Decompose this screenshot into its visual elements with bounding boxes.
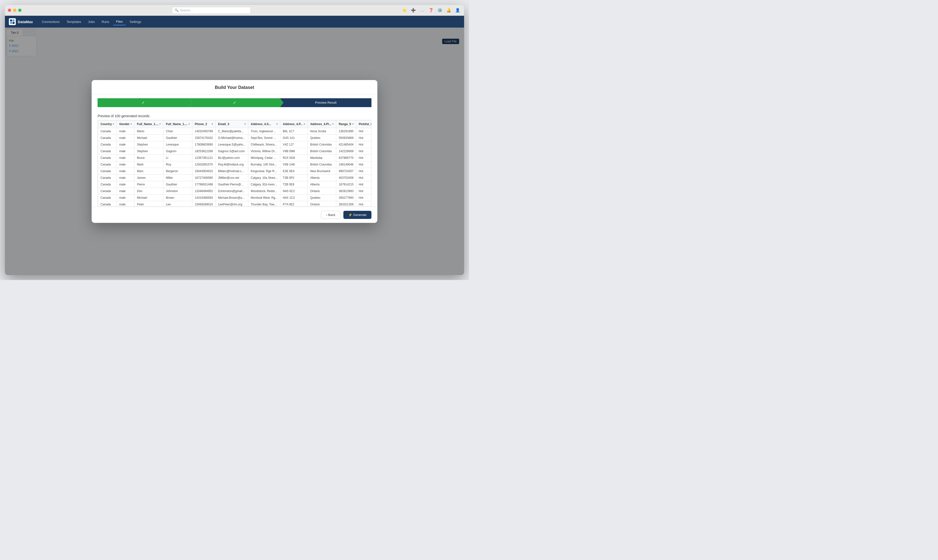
cell-addr_pl: Quebec: [308, 134, 336, 141]
cell-addr_s: Calgary, 91b Aven...: [248, 181, 280, 188]
logo-icon: [9, 18, 16, 25]
cell-country: Canada: [98, 194, 117, 201]
cell-range: 148149046: [336, 161, 356, 168]
cell-addr_p: H4X 1C2: [280, 194, 307, 201]
cell-phone: 14316366593: [192, 194, 215, 201]
close-button[interactable]: [8, 9, 11, 12]
cell-lname: Miller: [163, 174, 192, 181]
col-picklist[interactable]: Picklist_6 ▾: [356, 120, 371, 128]
avatar-icon[interactable]: 👤: [454, 7, 461, 14]
generate-icon: ⚡: [348, 213, 353, 217]
cell-phone: 18253812268: [192, 148, 215, 154]
cell-lname: Bergeron: [163, 168, 192, 174]
cell-lname: Johnston: [163, 188, 192, 194]
chevron-down-icon: ▾: [244, 123, 246, 125]
table-row: CanadamaleDonJohnston12048494952DJohnsto…: [98, 188, 372, 194]
cell-addr_p: R2X 0G8: [280, 154, 307, 161]
nav-jobs[interactable]: Jobs: [85, 18, 97, 25]
cell-addr_p: V5B 1H8: [280, 161, 307, 168]
cell-addr_p: V9B 0M6: [280, 148, 307, 154]
nav-connections[interactable]: Connections: [39, 18, 63, 25]
cell-addr_pl: Alberta: [308, 181, 336, 188]
search-icon: 🔍: [175, 8, 179, 12]
col-range[interactable]: Range_5 ▾: [336, 120, 356, 128]
col-addr-s[interactable]: Address_4.S... ▾: [248, 120, 280, 128]
cell-country: Canada: [98, 181, 117, 188]
cell-lname: Gagnon: [163, 148, 192, 154]
data-table: Country ▾ Gender ▾: [98, 120, 371, 207]
step-2: ✓: [189, 98, 280, 107]
cell-country: Canada: [98, 168, 117, 174]
generate-button[interactable]: ⚡ Generate: [343, 211, 371, 219]
cell-addr_pl: British Columbia: [308, 141, 336, 148]
titlebar-right: ⭐ ➕ ☁️ ❓ ⚙️ 🔔 👤: [401, 7, 461, 14]
nav-runs[interactable]: Runs: [99, 18, 112, 25]
table-header-row: Country ▾ Gender ▾: [98, 120, 372, 128]
help-icon[interactable]: ❓: [428, 7, 434, 14]
modal-overlay: Build Your Dataset ✓ ✓ Preview Result: [5, 28, 464, 275]
table-row: CanadamaleStephenGagnon18253812268Gagnon…: [98, 148, 372, 154]
star-icon[interactable]: ⭐: [401, 7, 408, 14]
cloud-icon[interactable]: ☁️: [419, 7, 426, 14]
cell-picklist: Hot: [356, 154, 371, 161]
nav-templates[interactable]: Templates: [63, 18, 84, 25]
col-addr-pl[interactable]: Address_4.Pl... ▾: [308, 120, 336, 128]
data-table-container[interactable]: Country ▾ Gender ▾: [97, 120, 371, 207]
cell-fname: Mario: [134, 128, 163, 134]
nav-files[interactable]: Files: [113, 18, 126, 25]
modal-header: Build Your Dataset: [92, 80, 377, 94]
cell-fname: Michael: [134, 194, 163, 201]
table-row: CanadamalePeterLee15068289015LeePeter@ri…: [98, 201, 372, 207]
cell-lname: Brown: [163, 194, 192, 201]
chevron-down-icon: ▾: [212, 123, 213, 125]
cell-gender: male: [117, 168, 134, 174]
cell-range: 167914215: [336, 181, 356, 188]
modal-footer: ‹ Back ⚡ Generate: [92, 207, 377, 223]
add-icon[interactable]: ➕: [410, 7, 417, 14]
maximize-button[interactable]: [18, 9, 22, 12]
cell-picklist: Hot: [356, 161, 371, 168]
cell-addr_s: Montreal West, Rg...: [248, 194, 280, 201]
col-addr-p[interactable]: Address_4.P... ▾: [280, 120, 307, 128]
col-gender[interactable]: Gender ▾: [117, 120, 134, 128]
cell-email: Gauthier.Pierre@...: [216, 181, 248, 188]
cell-addr_pl: Alberta: [308, 174, 336, 181]
search-placeholder: Search...: [180, 8, 193, 12]
cell-fname: Peter: [134, 201, 163, 207]
cell-country: Canada: [98, 174, 117, 181]
cell-picklist: Hot: [356, 174, 371, 181]
app-nav: DataMax Connections Templates Jobs Runs …: [5, 16, 464, 28]
cell-addr_pl: New Brunswick: [308, 168, 336, 174]
cell-country: Canada: [98, 154, 117, 161]
col-fname[interactable]: Full_Name_1.... ▾: [134, 120, 163, 128]
cell-country: Canada: [98, 148, 117, 154]
search-bar[interactable]: 🔍 Search...: [172, 7, 251, 14]
bell-icon[interactable]: 🔔: [445, 7, 452, 14]
cell-addr_pl: Ontario: [308, 201, 336, 207]
cell-email: JMiller@cox.net: [216, 174, 248, 181]
chevron-down-icon: ▾: [304, 123, 305, 125]
cell-fname: Mark: [134, 161, 163, 168]
cell-range: 550933869: [336, 134, 356, 141]
cell-email: G.Michael@hotma...: [216, 134, 248, 141]
cell-country: Canada: [98, 188, 117, 194]
back-button[interactable]: ‹ Back: [321, 211, 340, 219]
cell-gender: male: [117, 134, 134, 141]
chevron-down-icon: ▾: [352, 123, 353, 125]
nav-settings[interactable]: Settings: [127, 18, 144, 25]
col-email[interactable]: Email_3 ▾: [216, 120, 248, 128]
cell-addr_s: Woodstock, Redst...: [248, 188, 280, 194]
minimize-button[interactable]: [13, 9, 16, 12]
settings-icon[interactable]: ⚙️: [436, 7, 444, 14]
chevron-down-icon: ▾: [276, 123, 277, 125]
col-lname[interactable]: Full_Name_1.... ▾: [163, 120, 192, 128]
cell-addr_s: Calgary, 10a Stree...: [248, 174, 280, 181]
cell-addr_pl: Quebec: [308, 194, 336, 201]
svg-rect-0: [10, 20, 12, 22]
app-logo: DataMax: [9, 18, 33, 25]
col-country[interactable]: Country ▾: [98, 120, 117, 128]
col-phone[interactable]: Phone_2 ▾: [192, 120, 215, 128]
cell-email: Roy.M@hollack.org: [216, 161, 248, 168]
preview-title: Preview of 100 generated records:: [97, 111, 371, 120]
svg-rect-2: [10, 22, 12, 24]
